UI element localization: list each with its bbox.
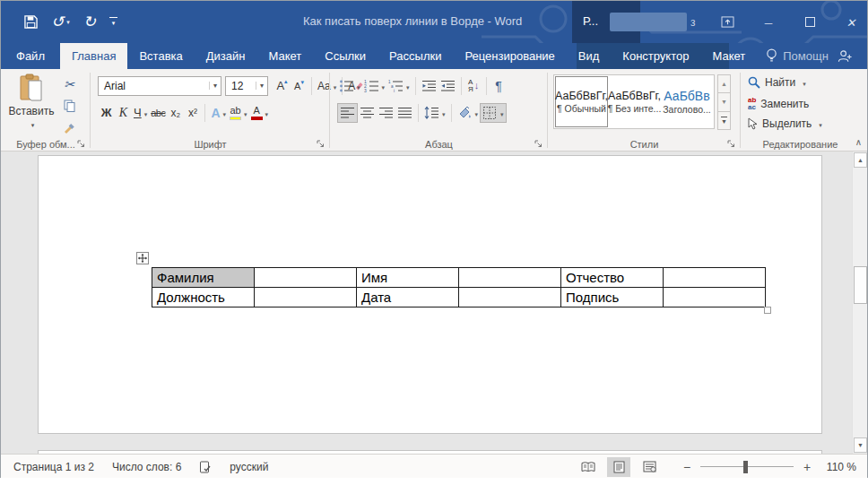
text-effects-button[interactable]: А — [209, 103, 228, 123]
style-normal[interactable]: АаБбВвГг, ¶ Обычный — [555, 76, 608, 127]
paste-button[interactable]: Вставить — [8, 74, 55, 133]
bullets-button[interactable] — [337, 76, 362, 96]
vertical-scrollbar[interactable] — [852, 152, 867, 454]
table-cell[interactable] — [459, 288, 561, 307]
sort-button[interactable]: АЯ — [465, 76, 482, 96]
tab-insert[interactable]: Вставка — [127, 43, 194, 69]
paste-dropdown-arrow[interactable] — [29, 117, 35, 130]
align-center-button[interactable] — [358, 103, 377, 123]
scrollbar-thumb[interactable] — [854, 266, 867, 304]
font-size-combo[interactable]: 12 — [225, 76, 268, 96]
undo-button[interactable] — [51, 13, 70, 31]
strikethrough-button[interactable]: abc — [149, 103, 167, 123]
shrink-font-button[interactable]: А — [291, 76, 308, 96]
language-indicator[interactable]: русский — [230, 461, 268, 473]
share-person-icon[interactable] — [838, 49, 853, 63]
table-resize-handle[interactable] — [764, 307, 771, 314]
zoom-slider[interactable] — [700, 461, 794, 473]
document-table[interactable]: Фамилия Имя Отчество Должность Дата Подп… — [152, 267, 766, 307]
page-count[interactable]: Страница 1 из 2 — [13, 461, 94, 473]
tell-me-button[interactable]: Помощн — [757, 43, 838, 69]
styles-scroll-down-button[interactable]: ▼ — [717, 92, 731, 111]
highlight-button[interactable]: ab — [228, 103, 249, 123]
tab-home[interactable]: Главная — [60, 43, 127, 69]
italic-button[interactable]: К — [115, 103, 132, 123]
font-dialog-launcher[interactable] — [317, 140, 326, 149]
table-cell-name[interactable]: Имя — [357, 268, 459, 288]
tab-references[interactable]: Ссылки — [313, 43, 378, 69]
table-cell[interactable] — [459, 268, 561, 288]
subscript-button[interactable]: x₂ — [167, 103, 184, 123]
proofing-icon[interactable] — [199, 461, 212, 473]
tab-review[interactable]: Рецензирование — [453, 43, 566, 69]
zoom-level[interactable]: 110 % — [820, 461, 856, 473]
table-cell[interactable] — [255, 268, 357, 288]
tab-layout[interactable]: Макет — [256, 43, 313, 69]
cut-button[interactable] — [60, 76, 78, 91]
tab-file[interactable]: Файл — [1, 43, 60, 69]
decrease-indent-button[interactable] — [420, 76, 438, 96]
grow-font-button[interactable]: А — [273, 76, 291, 96]
bold-button[interactable]: Ж — [98, 103, 115, 123]
table-cell-date[interactable]: Дата — [357, 288, 459, 307]
font-name-combo[interactable]: Arial — [98, 76, 221, 96]
styles-scroll-up-button[interactable]: ▲ — [717, 74, 731, 93]
style-heading1[interactable]: АаБбВв Заголово... — [661, 76, 713, 127]
redo-button[interactable] — [83, 13, 96, 31]
numbering-button[interactable]: 123 — [362, 76, 387, 96]
table-cell[interactable] — [255, 288, 357, 307]
underline-arrow — [142, 107, 148, 119]
style-no-spacing[interactable]: АаБбВвГг, ¶ Без инте... — [608, 76, 661, 127]
ribbon-display-options-button[interactable] — [716, 12, 738, 33]
underline-button[interactable]: Ч — [132, 103, 149, 123]
tab-mailings[interactable]: Рассылки — [378, 43, 453, 69]
superscript-button[interactable]: x² — [184, 103, 201, 123]
borders-button[interactable] — [480, 103, 507, 123]
table-cell-signature[interactable]: Подпись — [561, 288, 664, 307]
tab-design[interactable]: Дизайн — [195, 43, 257, 69]
read-mode-button[interactable] — [577, 457, 600, 477]
table-cell[interactable] — [664, 288, 766, 307]
justify-button[interactable] — [395, 103, 414, 123]
table-cell-position[interactable]: Должность — [152, 288, 255, 307]
tab-view[interactable]: Вид — [567, 43, 612, 69]
styles-dialog-launcher[interactable] — [727, 140, 736, 149]
tab-table-layout[interactable]: Макет — [700, 43, 757, 69]
table-cell-patronymic[interactable]: Отчество — [561, 268, 664, 288]
table-move-handle[interactable] — [136, 252, 149, 264]
minimize-button[interactable] — [758, 12, 779, 33]
maximize-button[interactable] — [799, 12, 820, 33]
select-button[interactable]: Выделить — [748, 117, 822, 130]
collapse-ribbon-button[interactable] — [855, 137, 862, 147]
increase-indent-button[interactable] — [438, 76, 457, 96]
font-color-button[interactable]: А — [249, 103, 271, 123]
find-button[interactable]: Найти — [748, 76, 806, 89]
align-right-button[interactable] — [377, 103, 395, 123]
replace-button[interactable]: abac Заменить — [748, 97, 809, 111]
save-button[interactable] — [24, 15, 38, 29]
document-canvas[interactable]: Фамилия Имя Отчество Должность Дата Подп… — [1, 152, 867, 454]
web-layout-button[interactable] — [638, 457, 661, 477]
multilevel-list-button[interactable]: 1ai — [386, 76, 412, 96]
tab-table-design[interactable]: Конструктор — [611, 43, 700, 69]
scroll-up-button[interactable] — [854, 152, 867, 168]
close-button[interactable] — [840, 12, 862, 33]
paragraph-dialog-launcher[interactable] — [534, 140, 543, 149]
zoom-in-button[interactable]: + — [801, 460, 813, 474]
table-cell[interactable] — [664, 268, 766, 288]
align-left-button[interactable] — [337, 103, 358, 123]
shading-button[interactable] — [456, 103, 481, 123]
copy-button[interactable] — [60, 98, 78, 113]
table-cell-surname[interactable]: Фамилия — [152, 268, 255, 288]
line-spacing-button[interactable] — [422, 103, 447, 123]
scroll-down-button[interactable] — [854, 437, 867, 453]
show-marks-button[interactable]: ¶ — [490, 76, 508, 96]
print-layout-button[interactable] — [607, 457, 630, 477]
word-count[interactable]: Число слов: 6 — [112, 461, 181, 473]
styles-more-button[interactable]: ▼ — [717, 111, 731, 130]
zoom-slider-thumb[interactable] — [743, 461, 748, 473]
zoom-out-button[interactable]: − — [681, 460, 693, 474]
clipboard-dialog-launcher[interactable] — [77, 140, 86, 149]
format-painter-button[interactable] — [60, 119, 78, 134]
customize-qat-button[interactable] — [109, 17, 117, 27]
